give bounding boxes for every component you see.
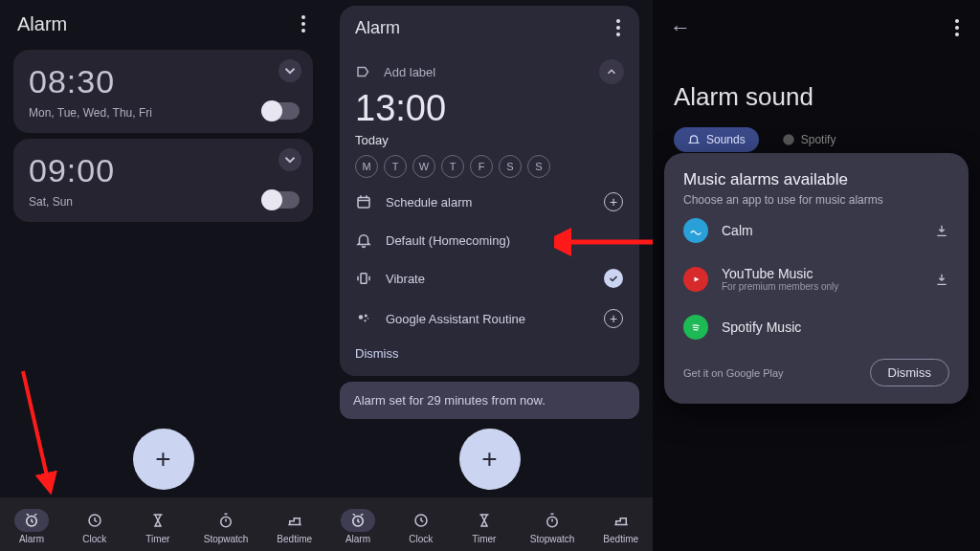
svg-point-9 xyxy=(368,318,369,320)
annotation-arrow xyxy=(6,364,82,507)
overflow-menu-icon[interactable] xyxy=(951,15,963,40)
alarm-time: 08:30 xyxy=(29,63,298,100)
add-alarm-fab[interactable]: + xyxy=(459,429,521,490)
day-chip[interactable]: T xyxy=(441,155,464,178)
alarm-card[interactable]: 09:00 Sat, Sun xyxy=(13,139,313,222)
nav-clock[interactable]: Clock xyxy=(78,509,112,544)
download-icon xyxy=(934,223,949,238)
vibrate-icon xyxy=(355,270,372,287)
alarm-detail-card: Add label 13:00 Today M T W T F S S Sche… xyxy=(340,46,639,376)
app-icon xyxy=(683,218,708,243)
alarm-card[interactable]: 08:30 Mon, Tue, Wed, Thu, Fri xyxy=(13,50,313,133)
nav-bedtime[interactable]: Bedtime xyxy=(277,509,312,544)
bottom-nav: Alarm Clock Timer Stopwatch Bedtime xyxy=(326,497,653,551)
svg-rect-5 xyxy=(361,274,367,284)
nav-alarm[interactable]: Alarm xyxy=(341,509,375,544)
tab-sounds[interactable]: Sounds xyxy=(674,127,759,152)
header: Alarm xyxy=(355,15,624,46)
svg-line-3 xyxy=(23,371,48,480)
app-row-youtube-music[interactable]: YouTube Music For premium members only xyxy=(683,254,949,303)
expand-icon[interactable] xyxy=(278,148,301,171)
alarm-toggle[interactable] xyxy=(263,102,300,120)
modal-subtitle: Choose an app to use for music alarms xyxy=(683,193,949,207)
vibrate-row[interactable]: Vibrate xyxy=(355,258,624,298)
today-label: Today xyxy=(355,133,389,147)
app-row-spotify[interactable]: Spotify Music xyxy=(683,303,949,351)
nav-bedtime[interactable]: Bedtime xyxy=(603,509,638,544)
bell-icon xyxy=(355,231,372,249)
nav-clock[interactable]: Clock xyxy=(404,509,438,544)
check-icon xyxy=(604,269,623,288)
label-icon xyxy=(355,63,372,80)
download-icon xyxy=(934,272,949,287)
svg-point-7 xyxy=(365,315,368,318)
plus-icon: + xyxy=(604,192,623,211)
alarm-days: Sat, Sun xyxy=(29,195,298,209)
label-row[interactable]: Add label xyxy=(355,59,624,84)
nav-timer[interactable]: Timer xyxy=(141,509,175,544)
day-chip[interactable]: W xyxy=(412,155,435,178)
expand-icon[interactable] xyxy=(278,59,301,82)
overflow-menu-icon[interactable] xyxy=(612,15,624,40)
overflow-menu-icon[interactable] xyxy=(298,11,309,36)
app-icon xyxy=(683,315,708,340)
day-chip[interactable]: S xyxy=(499,155,522,178)
alarm-sound-screen: ← Alarm sound Sounds Spotify 80s Phone A… xyxy=(653,0,980,551)
alarm-edit-screen: Alarm Add label 13:00 Today M T W T F S … xyxy=(326,0,653,551)
assistant-row[interactable]: Google Assistant Routine + xyxy=(355,298,624,339)
google-play-link[interactable]: Get it on Google Play xyxy=(683,367,784,379)
header: Alarm xyxy=(0,0,326,44)
tab-spotify[interactable]: Spotify xyxy=(768,127,850,152)
svg-point-14 xyxy=(783,134,794,145)
alarm-toggle[interactable] xyxy=(263,191,300,209)
back-icon[interactable]: ← xyxy=(670,15,691,40)
dismiss-button[interactable]: Dismiss xyxy=(355,339,624,363)
app-icon xyxy=(683,267,708,292)
header: ← xyxy=(653,0,980,44)
day-chip[interactable]: F xyxy=(470,155,493,178)
nav-stopwatch[interactable]: Stopwatch xyxy=(530,509,575,544)
day-chips: M T W T F S S xyxy=(355,155,624,178)
alarm-list-screen: Alarm 08:30 Mon, Tue, Wed, Thu, Fri 09:0… xyxy=(0,0,326,551)
calendar-icon xyxy=(355,193,372,210)
schedule-row[interactable]: Schedule alarm + xyxy=(355,182,624,222)
alarm-days: Mon, Tue, Wed, Thu, Fri xyxy=(29,106,298,120)
page-title: Alarm xyxy=(355,18,400,38)
sound-row[interactable]: Default (Homecoming) xyxy=(355,222,624,258)
collapse-icon[interactable] xyxy=(599,59,624,84)
alarm-time: 09:00 xyxy=(29,152,298,189)
app-row-calm[interactable]: Calm xyxy=(683,207,949,254)
add-alarm-fab[interactable]: + xyxy=(133,429,194,490)
svg-point-6 xyxy=(359,315,364,320)
nav-alarm[interactable]: Alarm xyxy=(14,509,49,544)
day-chip[interactable]: T xyxy=(384,155,407,178)
page-title: Alarm sound xyxy=(653,44,980,127)
nav-timer[interactable]: Timer xyxy=(467,509,501,544)
snackbar: Alarm set for 29 minutes from now. xyxy=(340,382,639,419)
svg-point-8 xyxy=(364,320,366,321)
modal-title: Music alarms available xyxy=(683,170,949,189)
alarm-time[interactable]: 13:00 xyxy=(355,88,624,129)
bottom-nav: Alarm Clock Timer Stopwatch Bedtime xyxy=(0,497,326,551)
music-alarms-modal: Music alarms available Choose an app to … xyxy=(664,153,969,404)
nav-stopwatch[interactable]: Stopwatch xyxy=(204,509,249,544)
plus-icon: + xyxy=(604,309,623,328)
svg-rect-4 xyxy=(358,198,369,209)
page-title: Alarm xyxy=(17,13,67,35)
day-chip[interactable]: M xyxy=(355,155,378,178)
assistant-icon xyxy=(355,310,372,327)
day-chip[interactable]: S xyxy=(527,155,550,178)
dismiss-button[interactable]: Dismiss xyxy=(870,359,950,386)
